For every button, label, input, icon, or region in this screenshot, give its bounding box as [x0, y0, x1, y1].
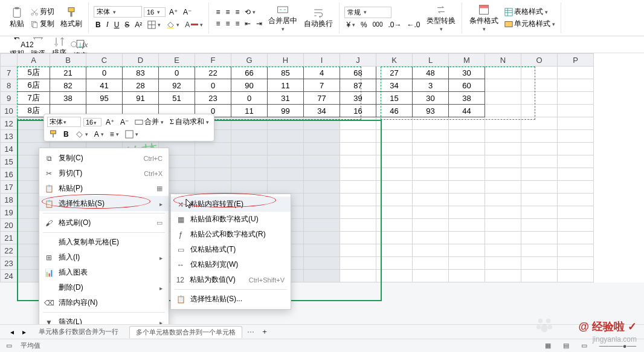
- cell[interactable]: [521, 168, 558, 181]
- row-header[interactable]: 8: [1, 79, 18, 92]
- cell[interactable]: [195, 168, 231, 181]
- orientation-button[interactable]: ⟲: [243, 7, 257, 17]
- cell[interactable]: 21: [50, 67, 86, 79]
- cell[interactable]: 87: [340, 79, 376, 92]
- sub-as-values[interactable]: 12粘贴为数值(V)Ctrl+Shift+V: [171, 272, 291, 287]
- cell[interactable]: [449, 155, 485, 168]
- wrap-text-button[interactable]: 自动换行: [301, 5, 335, 30]
- cell[interactable]: 48: [413, 67, 449, 79]
- cell[interactable]: [304, 155, 340, 168]
- row-header[interactable]: 18: [1, 194, 18, 206]
- cell[interactable]: [340, 270, 376, 282]
- cell[interactable]: [558, 67, 594, 79]
- col-header-A[interactable]: A: [18, 54, 50, 67]
- ctx-paste[interactable]: 📋粘贴(P)▦: [39, 181, 169, 196]
- cell[interactable]: [558, 257, 594, 270]
- mini-inc-font[interactable]: A⁺: [104, 117, 116, 127]
- cell[interactable]: [268, 143, 304, 155]
- cell[interactable]: 22: [195, 67, 231, 79]
- cell[interactable]: 6店: [18, 79, 50, 92]
- cell[interactable]: [521, 257, 558, 270]
- cell[interactable]: [376, 130, 413, 143]
- type-convert-button[interactable]: 类型转换: [424, 2, 458, 33]
- fx-icon[interactable]: fx: [82, 40, 88, 50]
- cell[interactable]: 4: [304, 67, 340, 79]
- cell[interactable]: [304, 270, 340, 282]
- cell[interactable]: [340, 219, 376, 232]
- ctx-format-painter[interactable]: 🖌格式刷(O)▭: [39, 215, 169, 230]
- ctx-cut[interactable]: ✂剪切(T)Ctrl+X: [39, 166, 169, 181]
- view-normal[interactable]: ▦: [543, 341, 553, 350]
- cell[interactable]: 0: [159, 67, 195, 79]
- cell[interactable]: [304, 257, 340, 270]
- cell[interactable]: [340, 257, 376, 270]
- superscript-button[interactable]: A²: [133, 20, 144, 30]
- cell[interactable]: [231, 155, 268, 168]
- cell[interactable]: [413, 270, 449, 282]
- cell[interactable]: [413, 181, 449, 194]
- decrease-font-button[interactable]: A⁻: [181, 7, 193, 17]
- cell[interactable]: [485, 206, 521, 219]
- view-reading[interactable]: ▭: [579, 341, 589, 350]
- cell[interactable]: [268, 117, 304, 130]
- col-header-H[interactable]: H: [268, 54, 304, 67]
- cell[interactable]: [376, 206, 413, 219]
- cell[interactable]: [413, 206, 449, 219]
- cell[interactable]: [485, 257, 521, 270]
- cell[interactable]: [558, 92, 594, 105]
- ctx-delete[interactable]: 删除(D): [39, 280, 169, 295]
- font-color-button[interactable]: A: [183, 20, 205, 30]
- cell[interactable]: [268, 155, 304, 168]
- cell[interactable]: [449, 206, 485, 219]
- currency-button[interactable]: ¥: [344, 20, 357, 30]
- ctx-clear[interactable]: ⌫清除内容(N): [39, 295, 169, 310]
- row-header[interactable]: 16: [1, 168, 18, 181]
- cell[interactable]: [340, 194, 376, 206]
- sub-paste-special[interactable]: 📋选择性粘贴(S)...: [171, 292, 291, 307]
- sheet-tab-2[interactable]: 多个单元格数据合并到一个单元格: [129, 326, 242, 338]
- number-format-combo[interactable]: 常规: [344, 7, 391, 18]
- row-header[interactable]: 13: [1, 130, 18, 143]
- cell[interactable]: [521, 117, 558, 130]
- cell[interactable]: 46: [376, 105, 413, 117]
- col-header-F[interactable]: F: [195, 54, 231, 67]
- cell[interactable]: [521, 105, 558, 117]
- ctx-paste-special[interactable]: 📋选择性粘贴(S): [39, 196, 169, 211]
- cell[interactable]: 30: [413, 92, 449, 105]
- sub-col-width[interactable]: ↔仅粘贴列宽(W): [171, 257, 291, 272]
- mini-size-combo[interactable]: 16: [83, 118, 101, 126]
- cell[interactable]: [304, 130, 340, 143]
- cell[interactable]: [231, 168, 268, 181]
- cell[interactable]: [521, 270, 558, 282]
- cell[interactable]: [231, 143, 268, 155]
- cell[interactable]: 92: [159, 79, 195, 92]
- cell[interactable]: [413, 232, 449, 244]
- ctx-copy[interactable]: ⧉复制(C)Ctrl+C: [39, 151, 169, 166]
- cell[interactable]: [521, 194, 558, 206]
- indent-left-button[interactable]: ⇤: [243, 19, 253, 28]
- cell[interactable]: [268, 130, 304, 143]
- fill-color-button[interactable]: [164, 20, 181, 30]
- cell[interactable]: [485, 232, 521, 244]
- cell[interactable]: [558, 168, 594, 181]
- cell[interactable]: [340, 206, 376, 219]
- align-middle-button[interactable]: ≡: [224, 7, 231, 17]
- cell[interactable]: [376, 194, 413, 206]
- cell[interactable]: 34: [376, 79, 413, 92]
- cell[interactable]: [521, 143, 558, 155]
- cell[interactable]: [558, 79, 594, 92]
- cell[interactable]: [376, 155, 413, 168]
- align-right-button[interactable]: ≡: [233, 19, 241, 28]
- cell[interactable]: [449, 270, 485, 282]
- cell[interactable]: [558, 105, 594, 117]
- row-header[interactable]: 23: [1, 257, 18, 270]
- format-painter-button[interactable]: 格式刷: [58, 5, 85, 30]
- cell[interactable]: [340, 168, 376, 181]
- indent-right-button[interactable]: ⇥: [254, 19, 264, 28]
- cell[interactable]: [485, 130, 521, 143]
- cell[interactable]: [413, 244, 449, 257]
- cell[interactable]: [449, 232, 485, 244]
- paste-button[interactable]: 粘贴: [7, 5, 27, 30]
- col-header-P[interactable]: P: [558, 54, 594, 67]
- align-top-button[interactable]: ≡: [214, 7, 222, 17]
